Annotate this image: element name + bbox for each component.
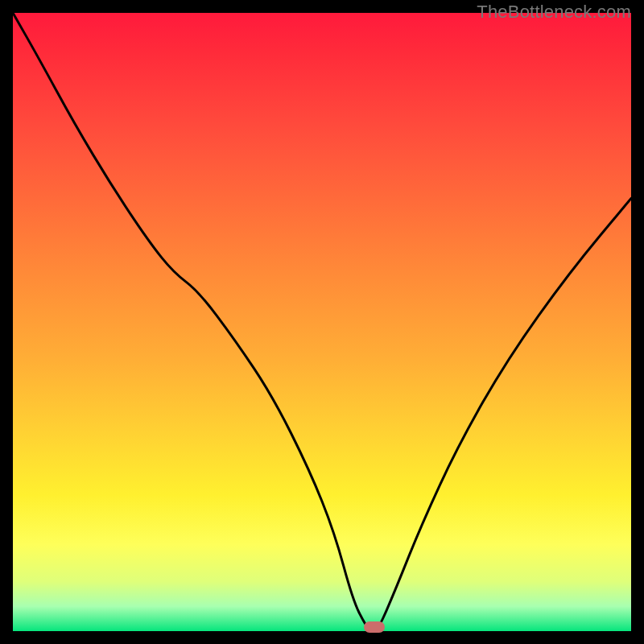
bottleneck-curve <box>13 13 631 631</box>
watermark-text: TheBottleneck.com <box>477 2 631 23</box>
chart-frame: TheBottleneck.com <box>13 13 631 631</box>
optimal-point-marker <box>364 621 385 633</box>
